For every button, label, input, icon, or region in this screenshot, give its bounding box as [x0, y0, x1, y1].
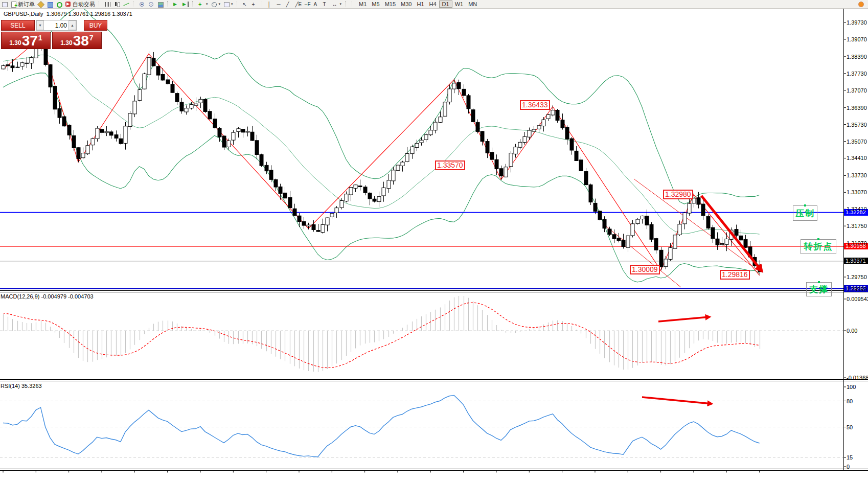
trade-buttons-row: SELL ▼ ▲ BUY	[1, 20, 109, 31]
zoom-in-icon: +	[139, 2, 145, 7]
candlestick-chart-icon	[114, 2, 120, 7]
auto-scroll-icon: ▶	[173, 2, 179, 7]
zoom-out-icon[interactable]: -	[147, 1, 156, 8]
price-axis-tick: 1.37730	[847, 71, 867, 77]
chart-window: GBPUSD-,Daily 1.30679 1.30761 1.29816 1.…	[0, 9, 868, 483]
sell-quote[interactable]: 1.30 37 1	[1, 32, 51, 49]
styler-icon	[38, 2, 44, 7]
timeframe-h1[interactable]: H1	[414, 1, 426, 8]
crosshair-icon[interactable]: +	[250, 1, 260, 8]
price-annotation-1.32980[interactable]: 1.32980	[663, 190, 693, 199]
arrows-icon[interactable]: ↔▾	[331, 1, 344, 8]
zigzag-indicator[interactable]	[3, 38, 760, 275]
timeframe-w1[interactable]: W1	[452, 1, 466, 8]
support-line-label[interactable]: 支撑	[806, 282, 832, 296]
sell-button[interactable]: SELL	[1, 20, 35, 31]
price-annotation-1.33570[interactable]: 1.33570	[435, 160, 465, 170]
styler-icon[interactable]	[36, 1, 45, 8]
channel-icon: ╱E	[295, 2, 302, 7]
line-chart-icon[interactable]	[122, 1, 131, 8]
hline-icon[interactable]: ─	[276, 1, 285, 8]
rsi-panel-layer	[0, 395, 843, 457]
buy-price-prefix: 1.30	[60, 39, 72, 47]
timeframe-m30[interactable]: M30	[398, 1, 414, 8]
candlestick-chart-icon[interactable]	[112, 1, 122, 8]
fibonacci-icon: ┄F	[305, 2, 311, 7]
macd-label: MACD(12,26,9) -0.004979 -0.004703	[1, 293, 94, 300]
auto-scroll-icon[interactable]: ▶	[172, 1, 181, 8]
toolbar: +新订单▶自动交易+-▶▶+▾▾▾↖+│─╱╱E┄FAT↔▾M1M5M15M30…	[0, 0, 868, 9]
chevron-down-icon: ▾	[340, 2, 342, 6]
macd-axis-tick: 0.009543	[847, 296, 868, 302]
tile-windows-icon[interactable]	[156, 1, 165, 8]
bollinger-band-u	[3, 9, 760, 204]
arrows-icon: ↔	[332, 2, 338, 7]
rsi-axis-tick: 50	[847, 424, 853, 430]
price-axis-tick: 1.39070	[847, 36, 867, 42]
timeframe-mn[interactable]: MN	[466, 1, 479, 8]
volume-down-button[interactable]: ▼	[36, 20, 44, 30]
timeframe-d1[interactable]: D1	[439, 1, 452, 8]
price-annotation-1.29816[interactable]: 1.29816	[720, 270, 750, 280]
price-axis-tick: 1.31070	[847, 240, 867, 246]
price-annotation-1.30009[interactable]: 1.30009	[630, 265, 660, 274]
buy-button[interactable]: BUY	[84, 20, 107, 31]
zoom-out-icon: -	[148, 2, 154, 7]
price-annotation-1.36433[interactable]: 1.36433	[520, 100, 550, 110]
cursor-icon: ↖	[243, 2, 249, 7]
text-icon[interactable]: A	[312, 1, 322, 8]
trendline-icon[interactable]: ╱	[285, 1, 294, 8]
auto-trading-button[interactable]: ▶自动交易	[64, 1, 97, 8]
sell-price-prefix: 1.30	[9, 39, 21, 47]
indicators-icon[interactable]: +▾	[197, 1, 210, 8]
toolbar-separator	[192, 1, 195, 7]
notification-icon[interactable]	[858, 2, 864, 7]
timeframe-m15[interactable]: M15	[382, 1, 398, 8]
auto-trading-button: ▶	[65, 2, 72, 7]
sell-price-sup: 1	[38, 34, 42, 42]
chart-shift-icon[interactable]: ▶	[181, 1, 190, 8]
price-axis-tick: 1.35070	[847, 139, 867, 145]
macd-arrow[interactable]	[658, 317, 710, 321]
main-down-arrow[interactable]	[701, 196, 762, 271]
cursor-icon[interactable]: ↖	[241, 1, 250, 8]
price-axis-tick: 1.37070	[847, 87, 867, 94]
timeframe-m5[interactable]: M5	[369, 1, 382, 8]
price-axis-tick: 1.29090	[847, 286, 867, 292]
chart-window-icon[interactable]	[0, 1, 9, 8]
mt4-window: +新订单▶自动交易+-▶▶+▾▾▾↖+│─╱╱E┄FAT↔▾M1M5M15M30…	[0, 0, 868, 483]
new-order-button[interactable]: +新订单	[9, 1, 36, 8]
price-axis-tick: 1.36390	[847, 105, 867, 111]
symbol-period: GBPUSD-,Daily	[4, 11, 43, 17]
rsi-arrow[interactable]	[642, 397, 712, 404]
toolbar-separator	[167, 1, 170, 7]
volume-input[interactable]	[44, 21, 68, 30]
periods-icon	[211, 2, 217, 7]
timeframe-h4[interactable]: H4	[427, 1, 439, 8]
buy-quote[interactable]: 1.30 38 7	[52, 32, 102, 49]
trendline-icon: ╱	[286, 2, 292, 7]
fibonacci-icon[interactable]: ┄F	[303, 1, 312, 8]
bar-chart-icon[interactable]	[103, 1, 112, 8]
channel-icon[interactable]: ╱E	[294, 1, 303, 8]
signals-icon[interactable]	[55, 1, 64, 8]
label-icon[interactable]: T	[322, 1, 331, 8]
price-axis-tick: 1.38390	[847, 54, 867, 60]
resistance-line-label[interactable]: 压制	[793, 205, 817, 221]
price-axis-tick: 1.39730	[847, 19, 867, 26]
templates-icon[interactable]: ▾	[222, 1, 235, 8]
rsi-line	[3, 395, 760, 457]
auto-trading-button-label: 自动交易	[73, 1, 95, 8]
market-depth-icon	[47, 2, 53, 7]
price-axis-tick: 1.30410	[847, 257, 867, 263]
price-axis-tick: 1.29750	[847, 274, 867, 280]
zoom-in-icon[interactable]: +	[138, 1, 147, 8]
periods-icon[interactable]: ▾	[210, 1, 222, 8]
market-depth-icon[interactable]	[45, 1, 55, 8]
buy-price-sup: 7	[89, 34, 94, 42]
timeframe-m1[interactable]: M1	[356, 1, 369, 8]
toolbar-separator	[352, 1, 355, 7]
vline-icon[interactable]: │	[266, 1, 276, 8]
volume-up-button[interactable]: ▲	[68, 20, 76, 30]
pivot-line-label[interactable]: 转折点	[801, 239, 836, 254]
